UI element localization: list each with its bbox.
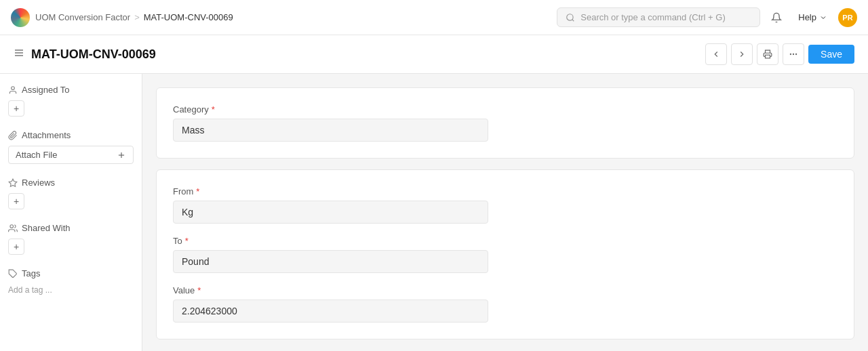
from-input[interactable] [173, 201, 488, 224]
attach-file-row[interactable]: Attach File [8, 146, 134, 164]
avatar: PR [838, 8, 857, 27]
add-tag-link[interactable]: Add a tag ... [8, 285, 52, 295]
header-actions: Save [705, 43, 854, 65]
breadcrumb-parent[interactable]: UOM Conversion Factor [35, 12, 130, 22]
help-label: Help [798, 12, 816, 22]
svg-line-1 [572, 19, 574, 21]
tags-label: Tags [22, 268, 40, 278]
bell-icon [771, 12, 782, 23]
category-card: Category * [156, 87, 854, 159]
star-icon [8, 178, 18, 188]
category-group: Category * [173, 104, 837, 142]
conversion-card: From * To * Value * [156, 169, 854, 339]
category-label: Category * [173, 104, 837, 115]
printer-icon [763, 49, 772, 59]
page-title-row: MAT-UOM-CNV-00069 [14, 47, 156, 62]
assigned-to-label: Assigned To [22, 85, 70, 95]
value-required: * [197, 285, 201, 295]
breadcrumb-sep: > [134, 12, 140, 22]
menu-icon[interactable] [14, 47, 24, 61]
svg-point-8 [790, 54, 791, 54]
breadcrumb: UOM Conversion Factor > MAT-UOM-CNV-0006… [35, 12, 233, 22]
svg-point-13 [10, 224, 14, 228]
add-assignee-button[interactable]: + [8, 100, 24, 117]
content-area: Category * From * To * [142, 74, 868, 351]
more-icon [789, 49, 798, 59]
sidebar-section-shared-with: Shared With + [8, 223, 134, 255]
tags-header: Tags [8, 268, 134, 278]
prev-button[interactable] [705, 43, 727, 65]
chevron-left-icon [711, 49, 721, 59]
to-required: * [185, 236, 189, 246]
paperclip-icon [8, 131, 18, 140]
svg-point-6 [793, 54, 793, 54]
from-group: From * [173, 186, 837, 224]
users-icon [8, 224, 18, 233]
chevron-down-icon [819, 14, 827, 22]
sidebar-section-assigned-to: Assigned To + [8, 85, 134, 117]
shared-with-label: Shared With [22, 223, 71, 233]
shared-with-header: Shared With [8, 223, 134, 233]
topbar-actions: Help PR [766, 7, 857, 28]
svg-point-7 [796, 54, 797, 54]
svg-rect-5 [766, 55, 770, 58]
page-header: MAT-UOM-CNV-00069 Save [0, 35, 868, 74]
reviews-header: Reviews [8, 178, 134, 188]
tag-icon [8, 269, 18, 278]
sidebar-section-reviews: Reviews + [8, 178, 134, 209]
reviews-label: Reviews [22, 178, 55, 188]
svg-point-0 [567, 14, 573, 20]
attachments-header: Attachments [8, 130, 134, 140]
next-button[interactable] [731, 43, 753, 65]
add-shared-button[interactable]: + [8, 239, 24, 255]
to-group: To * [173, 236, 837, 273]
category-required: * [212, 104, 215, 115]
svg-marker-12 [9, 179, 17, 186]
print-button[interactable] [757, 43, 778, 65]
plus-icon [117, 150, 126, 160]
sidebar: Assigned To + Attachments Attach File [0, 74, 142, 351]
breadcrumb-current: MAT-UOM-CNV-00069 [144, 12, 233, 22]
from-label: From * [173, 186, 837, 197]
from-required: * [196, 186, 199, 197]
assigned-to-header: Assigned To [8, 85, 134, 95]
search-icon [566, 13, 575, 22]
sidebar-section-tags: Tags Add a tag ... [8, 268, 134, 295]
help-button[interactable]: Help [793, 9, 833, 25]
app-logo [11, 8, 30, 27]
svg-point-9 [12, 86, 15, 89]
sidebar-section-attachments: Attachments Attach File [8, 130, 134, 164]
topbar: UOM Conversion Factor > MAT-UOM-CNV-0006… [0, 0, 868, 35]
chevron-right-icon [737, 49, 747, 59]
search-placeholder: Search or type a command (Ctrl + G) [580, 12, 726, 22]
attach-file-label: Attach File [16, 150, 57, 160]
value-label: Value * [173, 285, 837, 295]
more-button[interactable] [783, 43, 804, 65]
notifications-button[interactable] [766, 7, 787, 28]
add-review-button[interactable]: + [8, 193, 24, 209]
value-input[interactable] [173, 300, 488, 323]
main-layout: Assigned To + Attachments Attach File [0, 74, 868, 351]
category-input[interactable] [173, 119, 488, 142]
value-group: Value * [173, 285, 837, 323]
page-title: MAT-UOM-CNV-00069 [31, 47, 156, 62]
to-label: To * [173, 236, 837, 246]
to-input[interactable] [173, 250, 488, 273]
save-button[interactable]: Save [808, 45, 854, 64]
attachments-label: Attachments [22, 130, 71, 140]
user-icon [8, 85, 18, 95]
search-bar[interactable]: Search or type a command (Ctrl + G) [557, 7, 760, 27]
